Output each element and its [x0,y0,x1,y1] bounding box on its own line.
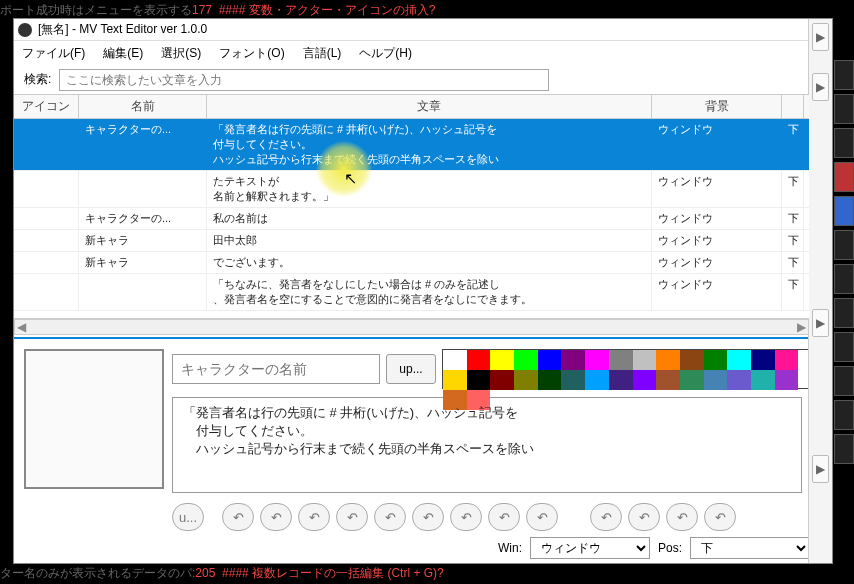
side-icon[interactable] [834,196,854,226]
undo-icon[interactable]: ↶ [526,503,558,531]
window-title: [無名] - MV Text Editor ver 1.0.0 [38,21,207,38]
cursor-icon: ↖ [344,169,357,188]
color-swatch[interactable] [704,370,728,390]
col-name[interactable]: 名前 [79,95,207,118]
color-swatch[interactable] [727,370,751,390]
color-swatch[interactable] [775,370,799,390]
col-pos[interactable] [782,95,804,118]
search-input[interactable] [59,69,549,91]
color-swatch[interactable] [656,370,680,390]
win-label: Win: [498,541,522,555]
side-icon[interactable] [834,366,854,396]
color-swatch[interactable] [633,370,657,390]
color-swatch[interactable] [633,350,657,370]
color-swatch[interactable] [467,370,491,390]
menu-select[interactable]: 選択(S) [161,45,201,62]
table-header: アイコン 名前 文章 背景 [14,95,809,119]
color-swatch[interactable] [751,370,775,390]
undo-icon[interactable]: ↶ [260,503,292,531]
undo-icon[interactable]: ↶ [374,503,406,531]
bg-top-1: ポート成功時はメニューを表示する177 #### 変数・アクター・アイコンの挿入… [0,3,435,17]
side-icon[interactable] [834,400,854,430]
color-swatch[interactable] [538,350,562,370]
titlebar: [無名] - MV Text Editor ver 1.0.0 [14,19,832,41]
color-swatch[interactable] [443,350,467,370]
color-swatch[interactable] [656,350,680,370]
app-window: [無名] - MV Text Editor ver 1.0.0 ファイル(F) … [13,18,833,564]
search-label: 検索: [24,71,51,88]
undo-icon[interactable]: ↶ [412,503,444,531]
u-button[interactable]: u... [172,503,204,531]
color-swatch[interactable] [467,350,491,370]
undo-icon[interactable]: ↶ [590,503,622,531]
bg-bot-1: ター名のみが表示されるデータのパ:205 #### 複数レコードの一括編集 (C… [0,566,444,580]
undo-icon[interactable]: ↶ [336,503,368,531]
table-row[interactable]: 「ちなみに、発言者をなしにしたい場合は # のみを記述し 、発言者名を空にするこ… [14,274,809,311]
color-swatch[interactable] [561,350,585,370]
col-text[interactable]: 文章 [207,95,652,118]
undo-icon[interactable]: ↶ [666,503,698,531]
menubar: ファイル(F) 編集(E) 選択(S) フォント(O) 言語(L) ヘルプ(H) [14,41,832,65]
up-button[interactable]: up... [386,354,436,384]
undo-icon[interactable]: ↶ [704,503,736,531]
undo-icon[interactable]: ↶ [450,503,482,531]
color-swatch[interactable] [490,350,514,370]
color-swatch[interactable] [775,350,799,370]
color-swatch[interactable] [680,370,704,390]
table-row[interactable]: たテキストが 名前と解釈されます。」ウィンドウ下 [14,171,809,208]
color-swatch[interactable] [585,350,609,370]
menu-edit[interactable]: 編集(E) [103,45,143,62]
color-swatch[interactable] [609,370,633,390]
color-swatch[interactable] [704,350,728,370]
color-swatch[interactable] [490,370,514,390]
color-swatch[interactable] [609,350,633,370]
side-icon[interactable] [834,298,854,328]
name-input[interactable] [172,354,380,384]
undo-icon[interactable]: ↶ [628,503,660,531]
text-editor[interactable]: 「発言者名は行の先頭に # 井桁(いげた)、ハッシュ記号を 付与してください。 … [172,397,802,493]
side-icon[interactable] [834,230,854,260]
h-scrollbar[interactable]: ◀▶ [14,319,809,335]
side-icon[interactable] [834,264,854,294]
table-row[interactable]: キャラクターの...私の名前はウィンドウ下 [14,208,809,230]
color-swatch[interactable] [585,370,609,390]
menu-font[interactable]: フォント(O) [219,45,284,62]
table-row[interactable]: 新キャラでございます。ウィンドウ下 [14,252,809,274]
undo-icon[interactable]: ↶ [488,503,520,531]
undo-icon[interactable]: ↶ [222,503,254,531]
pos-label: Pos: [658,541,682,555]
pos-select[interactable]: 下 [690,537,810,559]
side-icon[interactable] [834,162,854,192]
table-body[interactable]: キャラクターの...「発言者名は行の先頭に # 井桁(いげた)、ハッシュ記号を … [14,119,809,319]
color-swatch[interactable] [751,350,775,370]
app-icon [18,23,32,37]
color-swatch[interactable] [538,370,562,390]
side-icon[interactable] [834,60,854,90]
portrait-preview[interactable] [24,349,164,489]
side-icon[interactable] [834,94,854,124]
strip-play-icon[interactable]: ▶ [812,23,829,51]
table-row[interactable]: キャラクターの...「発言者名は行の先頭に # 井桁(いげた)、ハッシュ記号を … [14,119,809,171]
col-icon[interactable]: アイコン [14,95,79,118]
undo-icon[interactable]: ↶ [298,503,330,531]
side-icon[interactable] [834,332,854,362]
color-swatch[interactable] [443,370,467,390]
color-swatch[interactable] [561,370,585,390]
color-swatch[interactable] [514,370,538,390]
strip-play-icon[interactable]: ▶ [812,73,829,101]
menu-lang[interactable]: 言語(L) [303,45,342,62]
strip-play-icon[interactable]: ▶ [812,309,829,337]
strip-play-icon[interactable]: ▶ [812,455,829,483]
color-palette [442,349,822,389]
color-swatch[interactable] [680,350,704,370]
col-bg[interactable]: 背景 [652,95,782,118]
side-icon[interactable] [834,434,854,464]
color-swatch[interactable] [514,350,538,370]
right-strip: ▶ ▶ ▶ ▶ [808,19,832,563]
side-icon[interactable] [834,128,854,158]
menu-help[interactable]: ヘルプ(H) [359,45,412,62]
table-row[interactable]: 新キャラ田中太郎ウィンドウ下 [14,230,809,252]
menu-file[interactable]: ファイル(F) [22,45,85,62]
color-swatch[interactable] [727,350,751,370]
win-select[interactable]: ウィンドウ [530,537,650,559]
